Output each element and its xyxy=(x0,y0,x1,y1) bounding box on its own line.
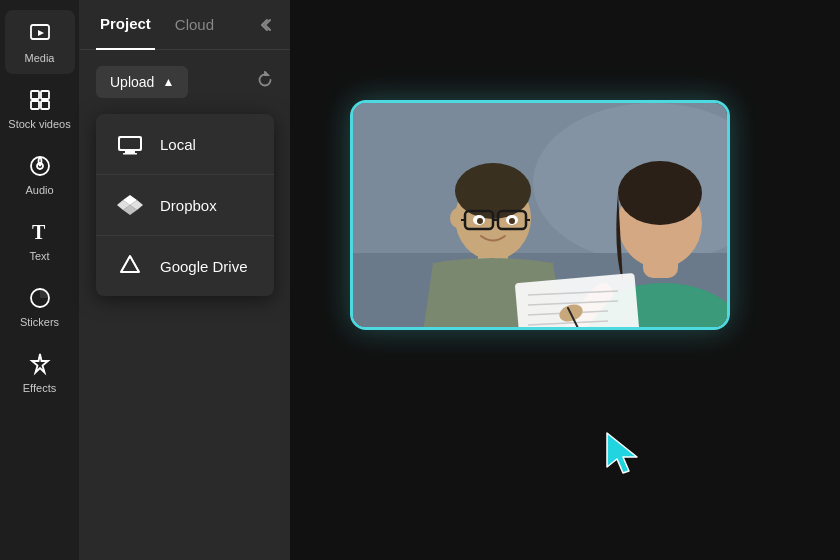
svg-text:T: T xyxy=(32,221,46,243)
tab-cloud[interactable]: Cloud xyxy=(171,0,218,50)
google-drive-icon xyxy=(116,252,144,280)
svg-point-30 xyxy=(450,208,466,228)
stock-videos-icon xyxy=(26,86,54,114)
svg-marker-51 xyxy=(607,433,637,473)
sidebar-item-text-label: Text xyxy=(29,250,49,262)
dropbox-icon xyxy=(116,191,144,219)
cursor-arrow xyxy=(605,431,645,475)
upload-google-drive-item[interactable]: Google Drive xyxy=(96,236,274,296)
collapse-panel-button[interactable] xyxy=(256,16,274,34)
svg-rect-2 xyxy=(31,91,39,99)
stickers-icon xyxy=(26,284,54,312)
svg-rect-4 xyxy=(31,101,39,109)
audio-icon xyxy=(26,152,54,180)
sidebar-item-text[interactable]: T Text xyxy=(5,208,75,272)
svg-rect-5 xyxy=(41,101,49,109)
upload-dropbox-item[interactable]: Dropbox xyxy=(96,175,274,236)
sidebar-item-stickers[interactable]: Stickers xyxy=(5,274,75,338)
panel-tabs: Project Cloud xyxy=(80,0,290,50)
upload-dropdown: Local Dropbox xyxy=(96,114,274,296)
media-panel: Project Cloud Upload ▲ xyxy=(80,0,290,560)
svg-marker-1 xyxy=(38,30,44,36)
upload-chevron-icon: ▲ xyxy=(162,75,174,89)
sidebar-item-stock-videos-label: Stock videos xyxy=(8,118,70,130)
svg-line-21 xyxy=(130,256,139,272)
media-icon xyxy=(26,20,54,48)
svg-rect-14 xyxy=(123,153,137,155)
svg-point-43 xyxy=(618,161,702,225)
sidebar: Media Stock videos Audio T xyxy=(0,0,80,560)
local-label: Local xyxy=(160,136,196,153)
sidebar-item-effects[interactable]: Effects xyxy=(5,340,75,404)
tab-project[interactable]: Project xyxy=(96,0,155,50)
google-drive-label: Google Drive xyxy=(160,258,248,275)
sidebar-item-audio[interactable]: Audio xyxy=(5,142,75,206)
sidebar-item-effects-label: Effects xyxy=(23,382,56,394)
svg-marker-19 xyxy=(121,256,139,272)
upload-section: Upload ▲ xyxy=(80,50,290,114)
sidebar-item-media-label: Media xyxy=(25,52,55,64)
svg-line-20 xyxy=(121,256,130,272)
svg-point-38 xyxy=(477,218,483,224)
svg-rect-13 xyxy=(125,151,135,153)
svg-rect-3 xyxy=(41,91,49,99)
svg-marker-10 xyxy=(265,72,268,75)
upload-button[interactable]: Upload ▲ xyxy=(96,66,188,98)
preview-card xyxy=(350,100,730,330)
sidebar-item-stickers-label: Stickers xyxy=(20,316,59,328)
upload-local-item[interactable]: Local xyxy=(96,114,274,175)
upload-label: Upload xyxy=(110,74,154,90)
dropbox-label: Dropbox xyxy=(160,197,217,214)
sidebar-item-stock-videos[interactable]: Stock videos xyxy=(5,76,75,140)
sidebar-item-audio-label: Audio xyxy=(25,184,53,196)
text-icon: T xyxy=(26,218,54,246)
local-icon xyxy=(116,130,144,158)
preview-image xyxy=(353,103,727,327)
svg-rect-12 xyxy=(120,138,140,149)
sidebar-item-media[interactable]: Media xyxy=(5,10,75,74)
effects-icon xyxy=(26,350,54,378)
content-area xyxy=(290,0,840,560)
svg-point-39 xyxy=(509,218,515,224)
refresh-button[interactable] xyxy=(256,71,274,93)
